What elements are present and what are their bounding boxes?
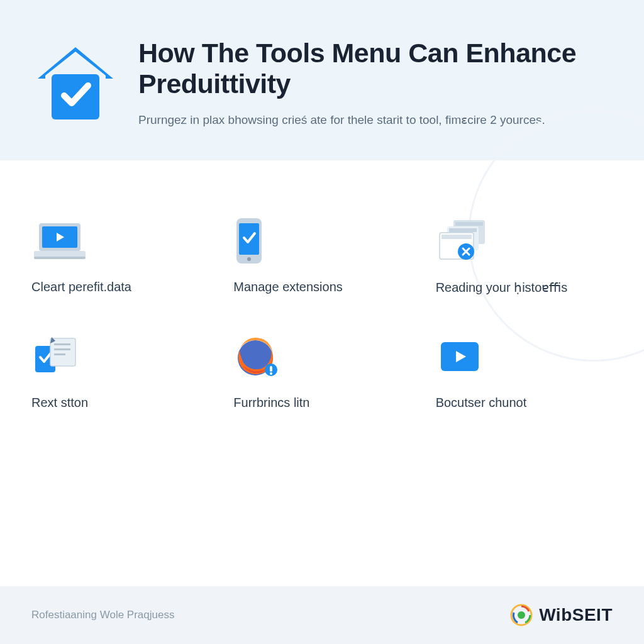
firefox-icon bbox=[233, 333, 284, 383]
check-doc-icon bbox=[31, 333, 82, 383]
footer: Rofestiaaning Wole Praqjuess WibSEIT bbox=[0, 586, 644, 644]
svg-rect-22 bbox=[270, 366, 272, 372]
feature-bocutser[interactable]: Bocutser chunot bbox=[436, 333, 613, 410]
svg-rect-16 bbox=[50, 338, 75, 366]
feature-label: Cleart perefit.data bbox=[31, 280, 131, 294]
content-area: Cleart perefit.data Manage extensions bbox=[0, 160, 644, 429]
brand-name: WibSEIT bbox=[539, 605, 613, 625]
windows-close-icon bbox=[436, 217, 492, 267]
svg-point-26 bbox=[518, 611, 525, 619]
header-text: How The Tools Menu Can Enhance Preduitti… bbox=[138, 38, 613, 129]
svg-rect-13 bbox=[441, 235, 472, 239]
brand-logo-icon bbox=[510, 604, 533, 626]
feature-clear-data[interactable]: Cleart perefit.data bbox=[31, 217, 208, 295]
features-grid: Cleart perefit.data Manage extensions bbox=[31, 217, 613, 410]
play-card-icon bbox=[436, 333, 486, 383]
feature-manage-extensions[interactable]: Manage extensions bbox=[233, 217, 410, 295]
svg-point-7 bbox=[247, 257, 251, 261]
feature-label: Bocutser chunot bbox=[436, 396, 527, 410]
svg-rect-19 bbox=[54, 353, 65, 355]
svg-rect-17 bbox=[54, 343, 70, 345]
svg-point-23 bbox=[270, 372, 272, 375]
feature-rext-stton[interactable]: Rext stton bbox=[31, 333, 208, 410]
laptop-play-icon bbox=[31, 217, 88, 267]
feature-reading-history[interactable]: Reading your ḥistoɐﬃs bbox=[436, 217, 613, 295]
svg-rect-11 bbox=[449, 228, 477, 232]
feature-label: Reading your ḥistoɐﬃs bbox=[436, 280, 568, 295]
svg-rect-18 bbox=[54, 348, 70, 350]
feature-label: Furrbrincs litn bbox=[233, 396, 309, 410]
feature-label: Rext stton bbox=[31, 396, 88, 410]
feature-furrbrincs[interactable]: Furrbrincs litn bbox=[233, 333, 410, 410]
brand: WibSEIT bbox=[510, 604, 613, 626]
page-title: How The Tools Menu Can Enhance Preduitti… bbox=[138, 38, 613, 100]
footer-text: Rofestiaaning Wole Praqjuess bbox=[31, 609, 174, 621]
phone-check-icon bbox=[233, 217, 265, 267]
svg-rect-4 bbox=[34, 257, 86, 259]
feature-label: Manage extensions bbox=[233, 280, 342, 294]
svg-rect-9 bbox=[455, 222, 483, 226]
house-check-icon bbox=[31, 44, 119, 128]
